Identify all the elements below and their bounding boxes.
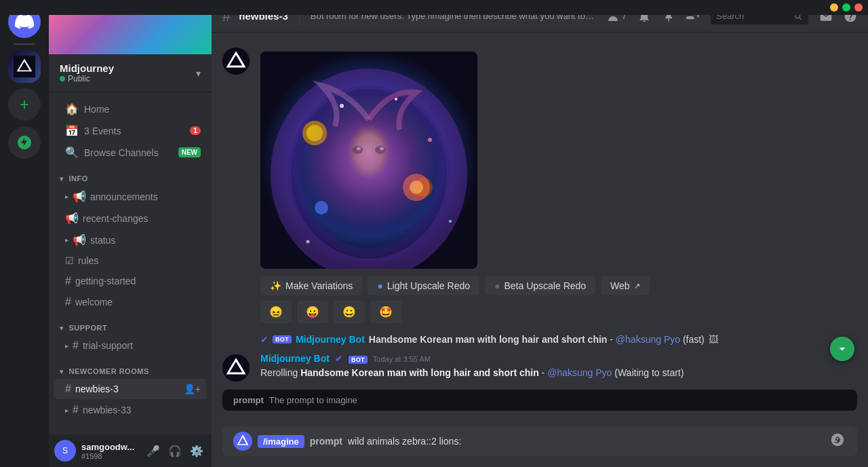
message-timestamp-3: Today at 3:55 AM	[373, 355, 431, 363]
inline-bold-text: Handsome Korean man with long hair and s…	[369, 334, 608, 345]
hash-icon-7: #	[65, 383, 71, 395]
channel-trial-support[interactable]: ▸ # trial-support	[54, 335, 206, 356]
slash-command-label: /imagine	[258, 435, 304, 448]
bot-author-inline[interactable]: Midjourney Bot	[296, 334, 365, 345]
input-user-avatar	[233, 432, 252, 451]
image-container	[260, 52, 477, 269]
svg-point-20	[410, 181, 423, 194]
reaction-btn-1[interactable]: 😖	[260, 301, 292, 323]
hash-icon-3: 📢	[73, 234, 86, 246]
user-avatar: S	[54, 440, 76, 462]
svg-point-6	[352, 146, 363, 154]
message-group-2: ✔ BOT Midjourney Bot Handsome Korean man…	[212, 331, 868, 345]
web-external-icon: ↗	[634, 282, 640, 291]
settings-button[interactable]: ⚙️	[187, 441, 206, 460]
browse-icon: 🔍	[65, 146, 79, 159]
message-group-image: ✨ Make Variations ● Light Upscale Redo ●…	[212, 43, 868, 326]
user-controls: 🎤 🎧 ⚙️	[144, 441, 206, 460]
reaction-btn-2[interactable]: 😛	[297, 301, 328, 323]
reaction-emoji-1: 😖	[269, 306, 283, 318]
message-notification: ✔ BOT Midjourney Bot Handsome Korean man…	[260, 334, 718, 345]
minimize-button[interactable]	[830, 3, 838, 12]
category-info-label: INFO	[69, 174, 88, 183]
nav-home[interactable]: 🏠 Home	[54, 98, 206, 119]
beta-upscale-redo-button[interactable]: ● Beta Upscale Redo	[485, 276, 595, 295]
midjourney-server-icon[interactable]	[8, 50, 41, 83]
category-newcomer-label: NEWCOMER ROOMS	[69, 367, 149, 375]
svg-point-9	[380, 147, 384, 151]
channel-welcome[interactable]: # welcome	[54, 292, 206, 312]
mention-haksung-2[interactable]: @haksung Pyo	[547, 367, 612, 378]
discover-servers-button[interactable]	[8, 126, 41, 159]
server-name: Midjourney	[60, 62, 114, 74]
deafen-button[interactable]: 🎧	[165, 441, 184, 460]
channel-rules[interactable]: ☑ rules	[54, 251, 206, 270]
add-server-button[interactable]: +	[8, 88, 41, 121]
input-area: /imagine prompt	[212, 415, 868, 467]
add-member-icon[interactable]: 👤+	[184, 384, 201, 394]
midjourney-avatar-3	[222, 354, 250, 381]
channel-status[interactable]: ▸ 📢 status	[54, 229, 206, 250]
nav-browse-channels[interactable]: 🔍 Browse Channels NEW	[54, 142, 206, 163]
server-header[interactable]: Midjourney Public ▾	[49, 54, 212, 92]
channel-newbies-3-name: newbies-3	[75, 384, 119, 394]
hash-icon-2: 📢	[65, 212, 79, 225]
beta-upscale-label: Beta Upscale Redo	[504, 280, 586, 291]
message-input[interactable]	[348, 429, 823, 453]
scroll-to-bottom-button[interactable]	[830, 337, 854, 361]
web-button[interactable]: Web ↗	[601, 276, 650, 295]
reaction-emoji-2: 😛	[306, 306, 319, 318]
check-icon: ☑	[65, 255, 74, 266]
messages-area: ✨ Make Variations ● Light Upscale Redo ●…	[212, 33, 868, 415]
home-icon: 🏠	[65, 102, 79, 115]
nav-events[interactable]: 📅 3 Events 1	[54, 120, 206, 141]
events-label: 3 Events	[84, 126, 121, 136]
input-actions	[829, 431, 846, 452]
svg-point-17	[307, 240, 310, 244]
maximize-button[interactable]	[842, 3, 850, 12]
user-tag: #1598	[81, 452, 138, 460]
server-header-chevron: ▾	[196, 68, 201, 79]
svg-point-19	[403, 174, 430, 201]
inline-message-text: Handsome Korean man with long hair and s…	[369, 334, 705, 345]
hash-icon-5: #	[65, 296, 71, 308]
message-image	[260, 52, 477, 269]
reaction-btn-3[interactable]: 😀	[334, 301, 365, 323]
category-support[interactable]: ▾ SUPPORT	[49, 313, 212, 335]
hash-icon-4: #	[65, 275, 71, 287]
make-variations-icon: ✨	[270, 280, 281, 291]
events-icon: 📅	[65, 124, 79, 137]
make-variations-button[interactable]: ✨ Make Variations	[260, 276, 362, 295]
status-dot	[60, 76, 65, 81]
channel-newbies-3[interactable]: # newbies-3 👤+	[54, 379, 206, 399]
light-upscale-icon: ●	[377, 280, 382, 291]
main-content: # newbies-3 Bot room for new users. Type…	[212, 0, 868, 467]
channel-trial-support-name: trial-support	[83, 340, 133, 351]
events-badge: 1	[190, 126, 201, 135]
verified-icon-3: ✔	[335, 353, 343, 364]
channel-announcements[interactable]: ▸ 📢 announcements	[54, 186, 206, 207]
message-header-3: Midjourney Bot ✔ BOT Today at 3:55 AM	[260, 353, 857, 364]
info-collapse-icon: ▾	[60, 175, 64, 183]
svg-point-5	[332, 109, 406, 204]
reaction-emoji-3: 😀	[342, 306, 356, 318]
category-newcomer-rooms[interactable]: ▾ NEWCOMER ROOMS	[49, 356, 212, 378]
reaction-emoji-4: 🤩	[379, 306, 393, 318]
emoji-picker-button[interactable]	[829, 431, 846, 452]
reaction-btn-4[interactable]: 🤩	[370, 301, 401, 323]
category-info[interactable]: ▾ INFO	[49, 164, 212, 185]
mute-button[interactable]: 🎤	[144, 441, 163, 460]
channel-getting-started[interactable]: # getting-started	[54, 271, 206, 291]
waiting-text: (Waiting to start)	[614, 367, 684, 378]
bot-author-3[interactable]: Midjourney Bot	[260, 353, 330, 364]
mention-haksung[interactable]: @haksung Pyo	[616, 334, 680, 345]
hash-icon-6: #	[73, 339, 79, 352]
channel-newbies-33[interactable]: ▸ # newbies-33	[54, 400, 206, 420]
light-upscale-redo-button[interactable]: ● Light Upscale Redo	[368, 276, 479, 295]
channel-getting-started-name: getting-started	[75, 276, 136, 286]
prompt-tooltip-container: prompt The prompt to imagine	[212, 390, 868, 411]
close-button[interactable]	[854, 3, 863, 12]
svg-point-14	[340, 104, 344, 108]
message-text-3: Rerolling Handsome Korean man with long …	[260, 367, 857, 380]
channel-recent-changes[interactable]: 📢 recent-changes	[54, 208, 206, 229]
